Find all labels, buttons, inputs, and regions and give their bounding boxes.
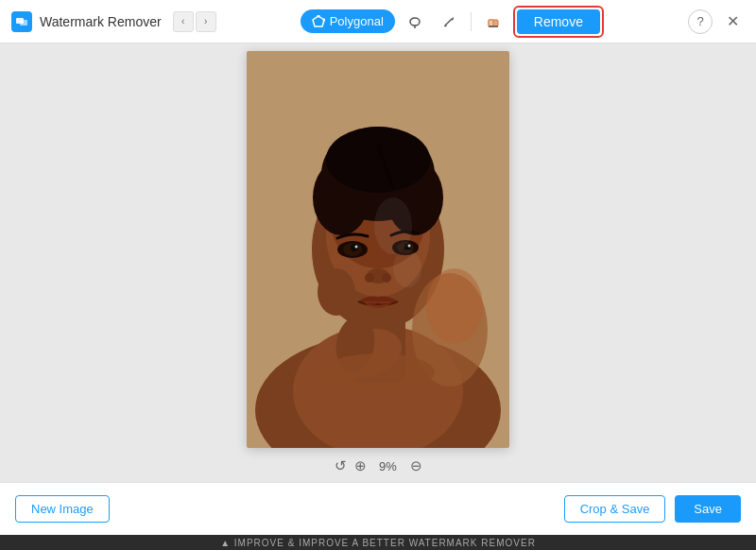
zoom-out-icon[interactable]: ⊖ [410,457,422,474]
nav-arrows: ‹ › [173,11,216,32]
svg-marker-3 [313,16,324,26]
svg-point-6 [410,18,420,26]
image-canvas[interactable] [247,51,509,448]
svg-point-37 [374,198,412,254]
svg-point-42 [321,353,435,391]
svg-point-31 [408,245,411,248]
remove-button-wrapper: Remove [513,6,604,38]
save-button[interactable]: Save [675,495,741,523]
svg-line-8 [445,19,452,26]
zoom-percent: 9% [374,459,403,473]
svg-point-33 [365,273,374,283]
svg-rect-2 [20,20,27,26]
toolbar-center: Polygonal Remove [301,6,604,38]
title-bar-left: Watermark Remover ‹ › [11,11,216,32]
watermark-strip: ▲ IMPROVE & IMPROVE A BETTER WATERMARK R… [0,535,756,550]
zoom-in-icon[interactable]: ⊕ [354,457,367,474]
bottom-right-buttons: Crop & Save Save [564,495,741,523]
close-button[interactable]: ✕ [720,9,745,34]
app-icon [11,11,32,32]
svg-point-27 [355,246,358,249]
new-image-button[interactable]: New Image [15,495,110,523]
crop-save-button[interactable]: Crop & Save [564,495,666,523]
toolbar-separator [471,12,472,31]
eraser-tool-button[interactable] [479,8,507,36]
help-button[interactable]: ? [688,9,713,34]
lasso-tool-button[interactable] [401,8,429,36]
brush-tool-button[interactable] [435,8,463,36]
nav-back-button[interactable]: ‹ [173,11,194,32]
app-title: Watermark Remover [40,14,162,29]
title-bar-right: ? ✕ [688,9,745,34]
rotate-icon[interactable]: ↺ [335,457,347,474]
remove-button[interactable]: Remove [517,9,600,34]
polygonal-tool-button[interactable]: Polygonal [301,9,395,33]
bottom-bar: New Image Crop & Save Save [0,482,756,535]
svg-rect-10 [489,20,493,26]
svg-point-41 [318,268,355,316]
svg-point-22 [326,127,430,193]
zoom-bar: ↺ ⊕ 9% ⊖ [335,457,422,474]
canvas-image-svg [247,51,509,448]
title-bar: Watermark Remover ‹ › Polygonal [0,0,756,43]
svg-point-38 [393,249,421,287]
nav-forward-button[interactable]: › [196,11,216,32]
svg-point-40 [426,268,483,344]
main-content: ↺ ⊕ 9% ⊖ [0,43,756,482]
svg-point-34 [382,273,391,283]
